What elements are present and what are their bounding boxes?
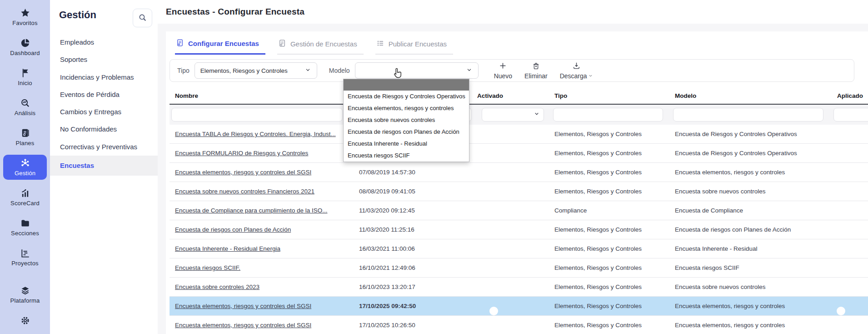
survey-name-link[interactable]: Encuesta TABLA de Riesgos y Controles. E… xyxy=(175,131,354,137)
sidebar-item-cambios-y-entregas[interactable]: Cambios y Entregas xyxy=(50,103,158,121)
survey-name-link[interactable]: Encuesta elementos, riesgos y controles … xyxy=(175,303,354,309)
table-row[interactable]: Encuesta sobre controles 2023 16/10/2023… xyxy=(170,278,868,297)
search-button[interactable] xyxy=(133,9,152,27)
tab-publicar-encuestas[interactable]: Publicar Encuestas xyxy=(375,39,453,55)
sidebar-item-settings[interactable] xyxy=(3,312,47,329)
tab-bar: Configurar EncuestasGestión de Encuestas… xyxy=(166,31,868,55)
table-row[interactable]: Encuesta elementos, riesgos y controles … xyxy=(170,297,868,316)
sidebar-item-proyectos[interactable]: Proyectos xyxy=(3,245,47,270)
chevron-icon xyxy=(466,66,473,75)
eliminar-button[interactable]: Eliminar xyxy=(524,61,548,80)
button-label: Eliminar xyxy=(524,72,548,80)
survey-name-link[interactable]: Encuesta Inherente - Residual Energia xyxy=(175,245,354,252)
activado-filter-select[interactable] xyxy=(482,108,544,121)
table-row[interactable]: Encuesta Inherente - Residual Energia 16… xyxy=(170,239,868,258)
survey-name-link[interactable]: Encuesta elementos, riesgos y controles … xyxy=(175,322,354,329)
table-row[interactable]: Encuesta elementos, riesgos y controles … xyxy=(170,316,868,334)
survey-name-link[interactable]: Encuesta riesgos SCIIF. xyxy=(175,264,354,271)
pie-chart-icon xyxy=(20,38,30,48)
survey-name-link[interactable]: Encuesta de riesgos con Planes de Acción xyxy=(175,226,354,233)
sidebar-item-eventos-de-perdida[interactable]: Eventos de Pérdida xyxy=(50,86,158,103)
sidebar-item-gestion[interactable]: Gestión xyxy=(3,155,47,180)
sidebar-item-label: Proyectos xyxy=(11,260,39,267)
survey-name-link[interactable]: Encuesta de Compliance para cumplimiento… xyxy=(175,207,354,214)
nuevo-button[interactable]: Nuevo xyxy=(494,61,512,80)
survey-tipo: Elementos, Riesgos y Controles xyxy=(545,169,666,176)
sidebar-item-incidencias-y-problemas[interactable]: Incidencias y Problemas xyxy=(50,69,158,86)
modelo-filter-input[interactable] xyxy=(673,108,823,121)
sidebar-item-label: Planes xyxy=(16,140,35,147)
sidebar-item-empleados[interactable]: Empleados xyxy=(50,34,158,51)
dropdown-option-encuesta-elementos-riesgos-y-controles[interactable]: Encuesta elementos, riesgos y controles xyxy=(344,102,469,114)
survey-name-link[interactable]: Encuesta elementos, riesgos y controles … xyxy=(175,169,354,176)
sidebar-item-dashboard[interactable]: Dashboard xyxy=(3,35,47,60)
sidebar-item-scorecard[interactable]: ScoreCard xyxy=(3,185,47,210)
column-header-modelo: Modelo xyxy=(666,88,827,104)
survey-modelo: Encuesta de riesgos con Planes de Acción xyxy=(666,226,827,233)
table-row[interactable]: Encuesta TABLA de Riesgos y Controles. E… xyxy=(170,125,868,144)
table-row[interactable]: Encuesta elementos, riesgos y controles … xyxy=(170,163,868,182)
survey-tipo: Elementos, Riesgos y Controles xyxy=(545,188,666,195)
table-row[interactable]: Encuesta riesgos SCIIF. 16/10/2021 12:49… xyxy=(170,258,868,278)
dropdown-option-encuesta-de-riesgos-con-planes-de-accion[interactable]: Encuesta de riesgos con Planes de Acción xyxy=(344,126,469,138)
column-header-tipo: Tipo xyxy=(545,88,666,104)
survey-date: 08/08/2019 09:41:05 xyxy=(354,188,477,195)
table-row[interactable]: Encuesta de riesgos con Planes de Acción… xyxy=(170,220,868,239)
survey-tipo: Elementos, Riesgos y Controles xyxy=(545,283,666,290)
dropdown-option-encuesta-sobre-nuevos-controles[interactable]: Encuesta sobre nuevos controles xyxy=(344,114,469,126)
sidebar-item-inicio[interactable]: Inicio xyxy=(3,65,47,90)
survey-name-link[interactable]: Encuesta FORMULARIO de Riesgos y Control… xyxy=(175,150,354,157)
sidebar-item-secciones[interactable]: Secciones xyxy=(3,215,47,240)
page-title: Encuestas - Configurar Encuesta xyxy=(166,7,304,17)
sidebar-item-label: Favoritos xyxy=(12,20,37,26)
aplicado-filter-input[interactable] xyxy=(833,108,868,121)
sidebar-item-planes[interactable]: Planes xyxy=(3,125,47,150)
tab-label: Publicar Encuestas xyxy=(389,40,447,48)
chevron-icon xyxy=(304,66,311,75)
survey-name-link[interactable]: Encuesta sobre nuevos controles Financie… xyxy=(175,188,354,195)
analysis-icon xyxy=(20,98,30,108)
sidebar-item-soportes[interactable]: Soportes xyxy=(50,51,158,68)
nombre-filter-input[interactable] xyxy=(171,108,343,121)
tipo-label: Tipo xyxy=(177,67,190,74)
dropdown-option-encuesta-de-riesgos-y-controles-operativos[interactable]: Encuesta de Riesgos y Controles Operativ… xyxy=(344,91,469,102)
survey-date: 11/03/2020 09:12:45 xyxy=(354,207,477,214)
list-icon xyxy=(376,39,384,49)
chevron-icon xyxy=(588,72,593,80)
survey-tipo: Elementos, Riesgos y Controles xyxy=(545,150,666,157)
survey-tipo: Compliance xyxy=(545,207,666,214)
survey-modelo: Encuesta de Compliance xyxy=(666,207,827,214)
tipo-select[interactable]: Elementos, Riesgos y Controles xyxy=(195,62,317,79)
table-row[interactable]: Encuesta sobre nuevos controles Financie… xyxy=(170,182,868,201)
survey-tipo: Elementos, Riesgos y Controles xyxy=(545,131,666,137)
dropdown-option-empty[interactable] xyxy=(344,79,469,91)
dropdown-option-encuesta-riesgos-sciif[interactable]: Encuesta riesgos SCIIF xyxy=(344,150,469,162)
tab-configurar-encuestas[interactable]: Configurar Encuestas xyxy=(175,39,265,55)
survey-modelo: Encuesta riesgos SCIIF xyxy=(666,264,827,271)
sidebar-item-plataforma[interactable]: Plataforma xyxy=(3,282,47,307)
survey-name-link[interactable]: Encuesta sobre controles 2023 xyxy=(175,283,354,290)
sidebar-item-no-conformidades[interactable]: No Conformidades xyxy=(50,121,158,138)
survey-tipo: Elementos, Riesgos y Controles xyxy=(545,303,666,309)
tipo-filter-input[interactable] xyxy=(553,108,663,121)
table-row[interactable]: Encuesta de Compliance para cumplimiento… xyxy=(170,201,868,220)
tipo-select-value: Elementos, Riesgos y Controles xyxy=(200,67,288,74)
network-icon xyxy=(20,158,30,168)
descarga-button[interactable]: Descarga xyxy=(560,61,593,80)
modelo-dropdown-list: Encuesta de Riesgos y Controles Operativ… xyxy=(343,79,469,162)
app: { "colors": { "rail_bg": "#ccd4f1", "bra… xyxy=(0,0,868,334)
tab-label: Configurar Encuestas xyxy=(188,40,259,47)
survey-modelo: Encuesta elementos, riesgos y controles xyxy=(666,322,827,329)
sidebar-item-favoritos[interactable]: Favoritos xyxy=(3,5,47,30)
star-icon xyxy=(20,8,30,18)
download-icon xyxy=(572,61,581,71)
column-header-activado: Activado xyxy=(477,88,545,104)
sidebar-item-correctivas-y-preventivas[interactable]: Correctivas y Preventivas xyxy=(50,138,158,156)
sidebar-item-analisis[interactable]: Análisis xyxy=(3,95,47,120)
dropdown-option-encuesta-inherente-residual[interactable]: Encuesta Inherente - Residual xyxy=(344,138,469,150)
tab-gestion-de-encuestas[interactable]: Gestión de Encuestas xyxy=(277,39,364,55)
sidebar-item-encuestas[interactable]: Encuestas xyxy=(50,156,158,176)
modelo-select[interactable] xyxy=(355,62,479,79)
table-row[interactable]: Encuesta FORMULARIO de Riesgos y Control… xyxy=(170,144,868,163)
toolbar-buttons: NuevoEliminarDescarga xyxy=(494,61,593,80)
